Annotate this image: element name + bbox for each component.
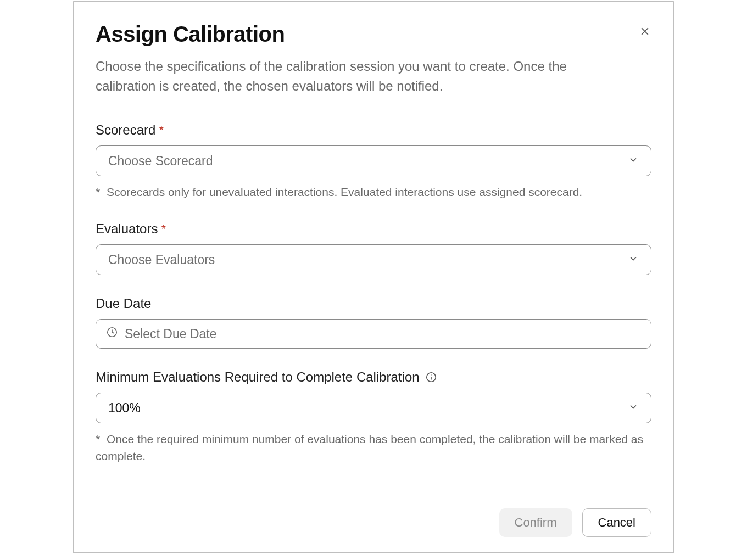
clock-icon [106, 326, 118, 341]
help-star: * [96, 433, 100, 445]
scorecard-placeholder: Choose Scorecard [108, 154, 213, 169]
min-eval-select[interactable]: 100% [96, 393, 651, 423]
help-star: * [96, 186, 100, 198]
dialog-footer: Confirm Cancel [96, 497, 651, 537]
min-eval-value: 100% [108, 401, 141, 416]
evaluators-label-text: Evaluators [96, 221, 158, 237]
scorecard-help: * Scorecards only for unevaluated intera… [96, 184, 651, 200]
due-date-placeholder: Select Due Date [125, 327, 216, 341]
scorecard-select[interactable]: Choose Scorecard [96, 145, 651, 176]
dialog-subtitle: Choose the specifications of the calibra… [96, 57, 612, 96]
due-date-label: Due Date [96, 296, 651, 311]
min-eval-label-text: Minimum Evaluations Required to Complete… [96, 369, 420, 385]
cancel-button[interactable]: Cancel [582, 508, 651, 537]
min-eval-help: * Once the required minimum number of ev… [96, 431, 651, 464]
info-icon[interactable] [425, 371, 437, 383]
min-eval-field: Minimum Evaluations Required to Complete… [96, 369, 651, 464]
assign-calibration-dialog: Assign Calibration Choose the specificat… [73, 1, 674, 553]
evaluators-field: Evaluators * Choose Evaluators [96, 221, 651, 275]
scorecard-field: Scorecard * Choose Scorecard * Scorecard… [96, 122, 651, 200]
evaluators-select[interactable]: Choose Evaluators [96, 244, 651, 275]
close-icon [639, 26, 650, 38]
confirm-button[interactable]: Confirm [499, 508, 572, 537]
chevron-down-icon [628, 253, 639, 267]
dialog-title: Assign Calibration [96, 22, 651, 47]
scorecard-label-text: Scorecard [96, 122, 155, 138]
required-star: * [159, 123, 164, 137]
scorecard-label: Scorecard * [96, 122, 651, 138]
due-date-field: Due Date Select Due Date [96, 296, 651, 349]
svg-point-5 [431, 375, 431, 376]
min-eval-help-text: Once the required minimum number of eval… [96, 433, 643, 462]
chevron-down-icon [628, 401, 639, 416]
due-date-label-text: Due Date [96, 296, 151, 311]
scorecard-help-text: Scorecards only for unevaluated interact… [107, 186, 582, 198]
required-star: * [161, 222, 166, 236]
close-button[interactable] [637, 24, 653, 40]
chevron-down-icon [628, 154, 639, 169]
min-eval-label: Minimum Evaluations Required to Complete… [96, 369, 651, 385]
evaluators-placeholder: Choose Evaluators [108, 253, 215, 267]
evaluators-label: Evaluators * [96, 221, 651, 237]
due-date-input[interactable]: Select Due Date [96, 319, 651, 349]
